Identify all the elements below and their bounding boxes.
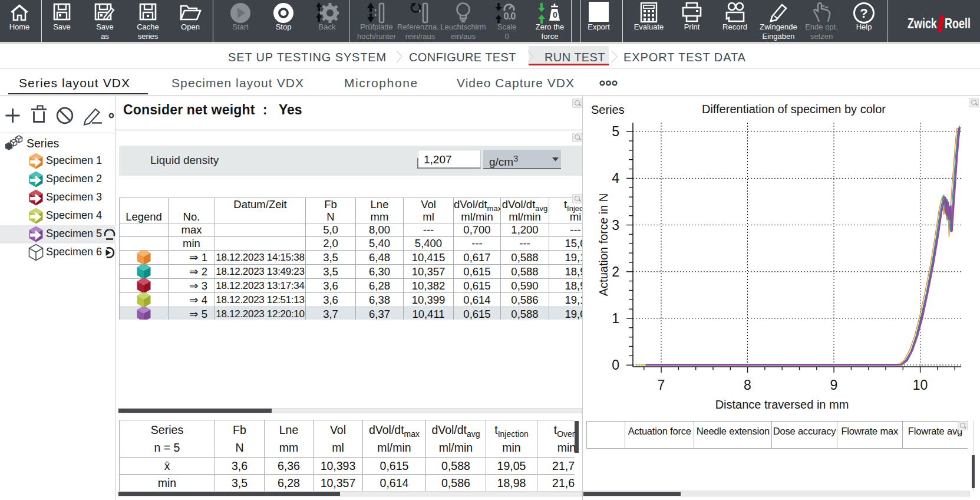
svg-text:Distance traversed in mm: Distance traversed in mm <box>715 398 849 411</box>
svg-text:0: 0 <box>553 10 557 19</box>
svg-text:8: 8 <box>744 377 751 393</box>
svg-text:9: 9 <box>830 377 838 393</box>
svg-text:3: 3 <box>612 218 619 233</box>
svg-text:7: 7 <box>658 377 665 393</box>
svg-text:Actuation force in N: Actuation force in N <box>597 193 610 297</box>
svg-text:0.0: 0.0 <box>504 11 516 21</box>
svg-text:?: ? <box>860 6 867 21</box>
svg-text:2: 2 <box>612 264 619 279</box>
svg-text:0: 0 <box>612 357 619 373</box>
svg-text:1: 1 <box>612 311 619 326</box>
svg-text:10: 10 <box>913 377 928 393</box>
svg-text:5: 5 <box>612 124 619 139</box>
svg-text:4: 4 <box>612 170 619 186</box>
